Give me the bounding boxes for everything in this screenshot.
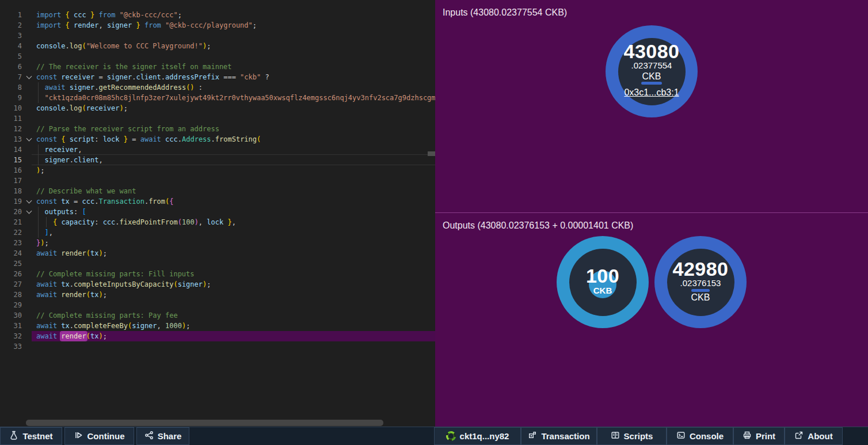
code-text <box>36 300 435 310</box>
code-line[interactable]: 30// Complete missing parts: Pay fee <box>0 310 435 321</box>
code-line[interactable]: 25 <box>0 258 435 269</box>
line-number: 17 <box>0 176 22 186</box>
code-text: console.log(receiver); <box>36 103 435 113</box>
code-line[interactable]: 16); <box>0 165 435 176</box>
code-line[interactable]: 29 <box>0 300 435 310</box>
code-line[interactable]: 33 <box>0 341 435 352</box>
about-button[interactable]: About <box>785 427 843 445</box>
indent-guide <box>46 217 47 227</box>
fold-chevron-icon[interactable] <box>22 134 36 144</box>
code-text: // Complete missing parts: Pay fee <box>36 310 435 321</box>
code-line[interactable]: 3 <box>0 31 435 41</box>
line-number: 9 <box>0 93 22 103</box>
code-line[interactable]: 23}); <box>0 238 435 248</box>
code-line[interactable]: 22 ], <box>0 227 435 238</box>
output-cell[interactable]: 42980 .02376153 CKB <box>654 236 747 328</box>
fold-gutter <box>22 279 36 290</box>
outpoint-link[interactable]: 0x3c1...cb3:1 <box>623 87 679 98</box>
line-number: 27 <box>0 279 22 290</box>
code-lines[interactable]: 1import { ccc } from "@ckb-ccc/ccc";2imp… <box>0 0 435 352</box>
code-text: // Describe what we want <box>36 186 435 196</box>
code-text <box>36 341 435 352</box>
fold-gutter <box>22 31 36 41</box>
editor-horizontal-scrollbar[interactable] <box>26 420 383 426</box>
line-number: 15 <box>0 155 22 165</box>
scripts-button[interactable]: Scripts <box>597 427 667 445</box>
share-button[interactable]: Share <box>136 427 189 445</box>
transaction-button[interactable]: Transaction <box>521 427 597 445</box>
code-line[interactable]: 12// Parse the receiver script from an a… <box>0 124 435 134</box>
fold-gutter <box>22 227 36 238</box>
code-line[interactable]: 17 <box>0 176 435 186</box>
step-forward-icon <box>74 431 83 442</box>
code-line[interactable]: 10console.log(receiver); <box>0 103 435 113</box>
fold-gutter <box>22 176 36 186</box>
code-line[interactable]: 5 <box>0 51 435 62</box>
scripts-book-icon <box>611 431 620 442</box>
code-line[interactable]: 7const receiver = signer.client.addressP… <box>0 72 435 82</box>
output-cell[interactable]: 100 CKB <box>557 236 649 328</box>
fold-gutter <box>22 93 36 103</box>
fold-chevron-icon[interactable] <box>22 207 36 217</box>
input-cell[interactable]: 43080 .02377554 CKB 0x3c1...cb3:1 <box>606 25 698 117</box>
fold-gutter <box>22 103 36 113</box>
code-text: const { script: lock } = await ccc.Addre… <box>36 134 435 144</box>
fold-gutter <box>22 300 36 310</box>
code-line[interactable]: 6// The receiver is the signer itself on… <box>0 62 435 72</box>
fold-gutter <box>22 82 36 93</box>
code-text: import { render, signer } from "@ckb-ccc… <box>36 20 435 31</box>
code-line[interactable]: 27await tx.completeInputsByCapacity(sign… <box>0 279 435 290</box>
console-button[interactable]: Console <box>667 427 733 445</box>
code-line[interactable]: 24await render(tx); <box>0 248 435 258</box>
fold-gutter <box>22 186 36 196</box>
code-line[interactable]: 1import { ccc } from "@ckb-ccc/ccc"; <box>0 10 435 20</box>
code-line[interactable]: 19const tx = ccc.Transaction.from({ <box>0 196 435 207</box>
code-line[interactable]: 9 "ckt1qzda0cr08m85hc8jlnfp3zer7xulejywt… <box>0 93 435 103</box>
code-line[interactable]: 26// Complete missing parts: Fill inputs <box>0 269 435 279</box>
code-line[interactable]: 15 signer.client, <box>0 155 435 165</box>
editor-vertical-scrollbar[interactable] <box>428 151 435 156</box>
continue-button-label: Continue <box>87 431 125 441</box>
code-text: ], <box>36 227 435 238</box>
code-text <box>36 51 435 62</box>
fold-chevron-icon[interactable] <box>22 72 36 82</box>
line-number: 14 <box>0 144 22 155</box>
code-line[interactable]: 32await render(tx); <box>0 331 435 341</box>
line-number: 32 <box>0 331 22 341</box>
fold-gutter <box>22 310 36 321</box>
fold-gutter <box>22 124 36 134</box>
line-number: 7 <box>0 72 22 82</box>
code-line[interactable]: 14 receiver, <box>0 144 435 155</box>
fold-chevron-icon[interactable] <box>22 196 36 207</box>
code-line[interactable]: 2import { render, signer } from "@ckb-cc… <box>0 20 435 31</box>
code-text: ); <box>36 165 435 176</box>
line-number: 10 <box>0 103 22 113</box>
external-link-icon <box>794 431 804 442</box>
code-line[interactable]: 21 { capacity: ccc.fixedPointFrom(100), … <box>0 217 435 227</box>
code-editor[interactable]: 1import { ccc } from "@ckb-ccc/ccc";2imp… <box>0 0 435 427</box>
cell-unit: CKB <box>623 71 679 82</box>
code-line[interactable]: 11 <box>0 113 435 124</box>
about-button-label: About <box>808 431 832 441</box>
continue-button[interactable]: Continue <box>64 427 134 445</box>
code-line[interactable]: 4console.log("Welcome to CCC Playground!… <box>0 41 435 51</box>
wallet-address-button[interactable]: ckt1q...ny82 <box>434 427 521 445</box>
print-button[interactable]: Print <box>733 427 785 445</box>
fold-gutter <box>22 62 36 72</box>
code-text: await render(tx); <box>36 290 435 300</box>
code-text <box>36 176 435 186</box>
code-line[interactable]: 13const { script: lock } = await ccc.Add… <box>0 134 435 144</box>
cell-decimals: .02376153 <box>672 278 728 288</box>
outputs-title: Outputs (43080.02376153 + 0.00001401 CKB… <box>435 213 868 231</box>
code-line[interactable]: 8 await signer.getRecommendedAddress() : <box>0 82 435 93</box>
fold-gutter <box>22 321 36 331</box>
code-line[interactable]: 31await tx.completeFeeBy(signer, 1000); <box>0 321 435 331</box>
fold-gutter <box>22 331 36 341</box>
code-line[interactable]: 20 outputs: [ <box>0 207 435 217</box>
code-line[interactable]: 18// Describe what we want <box>0 186 435 196</box>
testnet-button[interactable]: Testnet <box>0 427 62 445</box>
code-line[interactable]: 28await render(tx); <box>0 290 435 300</box>
line-number: 16 <box>0 165 22 176</box>
line-number: 28 <box>0 290 22 300</box>
code-text: import { ccc } from "@ckb-ccc/ccc"; <box>36 10 435 20</box>
